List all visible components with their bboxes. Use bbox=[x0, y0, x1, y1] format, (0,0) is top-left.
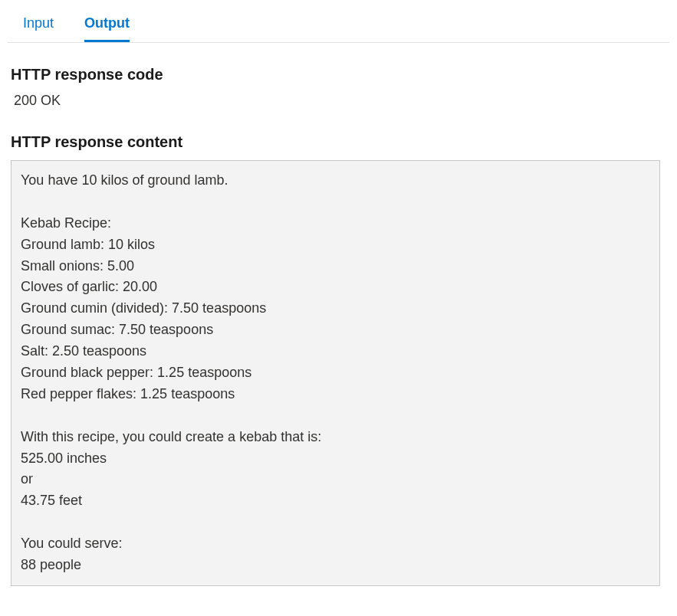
response-line: 43.75 feet bbox=[21, 490, 650, 512]
response-line: Ground sumac: 7.50 teaspoons bbox=[21, 319, 650, 341]
response-content-box: You have 10 kilos of ground lamb. Kebab … bbox=[11, 160, 660, 586]
response-line: Small onions: 5.00 bbox=[21, 256, 650, 277]
tab-bar: Input Output bbox=[8, 0, 669, 43]
response-blank bbox=[21, 512, 650, 533]
response-code-value: 200 OK bbox=[11, 93, 666, 109]
response-line: Ground black pepper: 1.25 teaspoons bbox=[21, 362, 650, 384]
response-line: Salt: 2.50 teaspoons bbox=[21, 341, 650, 362]
response-line: or bbox=[21, 469, 650, 490]
tab-output[interactable]: Output bbox=[84, 9, 130, 42]
tab-input[interactable]: Input bbox=[23, 9, 54, 42]
response-content-title: HTTP response content bbox=[11, 133, 666, 151]
response-line: 88 people bbox=[21, 555, 650, 576]
output-panel: HTTP response code 200 OK HTTP response … bbox=[0, 43, 677, 597]
response-line: You could serve: bbox=[21, 533, 650, 555]
response-code-title: HTTP response code bbox=[11, 66, 666, 84]
response-line: Ground cumin (divided): 7.50 teaspoons bbox=[21, 298, 650, 319]
response-line: Kebab Recipe: bbox=[21, 213, 650, 234]
response-line: Ground lamb: 10 kilos bbox=[21, 234, 650, 256]
response-blank bbox=[21, 192, 650, 213]
response-line: Red pepper flakes: 1.25 teaspoons bbox=[21, 384, 650, 405]
response-line: 525.00 inches bbox=[21, 448, 650, 470]
response-blank bbox=[21, 405, 650, 427]
response-line: You have 10 kilos of ground lamb. bbox=[21, 170, 650, 192]
response-line: With this recipe, you could create a keb… bbox=[21, 427, 650, 448]
response-line: Cloves of garlic: 20.00 bbox=[21, 277, 650, 298]
